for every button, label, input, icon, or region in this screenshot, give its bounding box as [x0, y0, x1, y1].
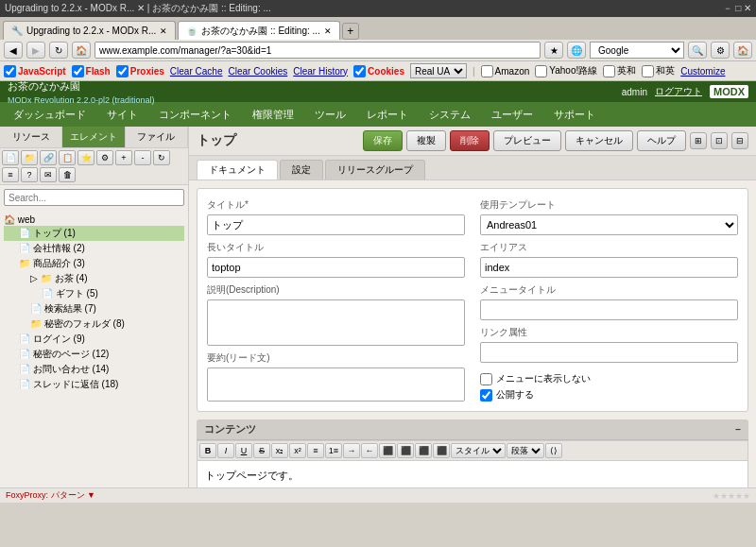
tab-1[interactable]: 🔧 Upgrading to 2.2.x - MODx R... ✕	[3, 21, 176, 40]
editor-format-select[interactable]: 段落	[507, 443, 544, 458]
flash-check[interactable]: Flash	[72, 65, 111, 77]
nav-support[interactable]: サポート	[544, 106, 605, 124]
long-title-input[interactable]	[207, 257, 465, 278]
help-button[interactable]: ヘルプ	[637, 130, 686, 151]
tool-help[interactable]: ?	[21, 167, 38, 182]
tree-item-tea[interactable]: ▷ 📁 お茶 (4)	[4, 271, 184, 286]
nav-site[interactable]: サイト	[97, 106, 147, 124]
icon-screen-3[interactable]: ⊟	[731, 132, 748, 149]
tool-create-doc[interactable]: 📄	[2, 150, 19, 165]
tool-expand[interactable]: +	[115, 150, 132, 165]
tool-settings[interactable]: ⚙	[96, 150, 113, 165]
sidebar-tab-elements[interactable]: エレメント	[62, 127, 125, 147]
alias-input[interactable]	[480, 257, 738, 278]
tool-collapse[interactable]: -	[134, 150, 151, 165]
nav-reports[interactable]: レポート	[357, 106, 418, 124]
save-button[interactable]: 保存	[363, 130, 403, 151]
proxies-check[interactable]: Proxies	[116, 65, 164, 77]
editor-btn-indent-in[interactable]: →	[343, 443, 360, 458]
clear-cookies-button[interactable]: Clear Cookies	[228, 66, 287, 77]
forward-button[interactable]: ▶	[26, 42, 45, 59]
logout-button[interactable]: ログアウト	[655, 85, 702, 98]
nav-users[interactable]: ユーザー	[482, 106, 542, 124]
editor-btn-sub[interactable]: x₂	[271, 443, 288, 458]
tool-create-special[interactable]: ⭐	[77, 150, 94, 165]
tool-move[interactable]: ✉	[40, 167, 57, 182]
tree-item-products[interactable]: 📁 商品紹介 (3)	[4, 256, 184, 271]
link-attr-input[interactable]	[480, 342, 738, 363]
editor-btn-sup[interactable]: x²	[289, 443, 306, 458]
editor-btn-ol[interactable]: 1≡	[325, 443, 342, 458]
duplicate-button[interactable]: 複製	[406, 130, 446, 151]
editor-btn-align-c[interactable]: ⬛	[397, 443, 414, 458]
editor-btn-bold[interactable]: B	[199, 443, 216, 458]
tree-item-login[interactable]: 📄 ログイン (9)	[4, 332, 184, 347]
sidebar-tab-files[interactable]: ファイル	[126, 127, 188, 147]
publish-check[interactable]	[480, 389, 492, 402]
editor-btn-align-r[interactable]: ⬛	[415, 443, 432, 458]
search-button[interactable]: 🔍	[688, 42, 707, 59]
tool-delete[interactable]: 🗑	[59, 167, 76, 182]
customize-button[interactable]: Customize	[680, 66, 725, 77]
editor-btn-align-j[interactable]: ⬛	[433, 443, 450, 458]
bookmark-button[interactable]: ★	[544, 42, 563, 59]
tab-2-close[interactable]: ✕	[324, 26, 332, 36]
eigo-check[interactable]: 英和	[603, 64, 636, 77]
tree-item-secret-folder[interactable]: 📁 秘密のフォルダ (8)	[4, 316, 184, 332]
tree-item-contact[interactable]: 📄 お問い合わせ (14)	[4, 362, 184, 377]
back-button[interactable]: ◀	[4, 42, 23, 59]
search-engine-select[interactable]: Google	[590, 42, 684, 59]
nav-permissions[interactable]: 権限管理	[243, 106, 303, 124]
nav-dashboard[interactable]: ダッシュボード	[4, 106, 95, 124]
description-input[interactable]	[207, 299, 465, 346]
home-icon-2[interactable]: 🏠	[733, 42, 752, 59]
tree-item-search[interactable]: 📄 検索結果 (7)	[4, 301, 184, 316]
tree-item-secret-page[interactable]: 📄 秘密のページ (12)	[4, 347, 184, 362]
section-minimize-btn[interactable]: −	[735, 424, 741, 435]
editor-btn-source[interactable]: ⟨⟩	[545, 443, 562, 458]
icon-screen-2[interactable]: ⊡	[711, 132, 728, 149]
hide-menu-check[interactable]	[480, 373, 492, 385]
yahoo-check[interactable]: Yahoo!路線	[535, 64, 597, 77]
nav-system[interactable]: システム	[420, 106, 480, 124]
new-tab-button[interactable]: +	[342, 23, 359, 40]
tree-item-gift[interactable]: 📄 ギフト (5)	[4, 286, 184, 301]
reload-button[interactable]: ↻	[49, 42, 68, 59]
nav-tools[interactable]: ツール	[305, 106, 355, 124]
foxyproxy-status[interactable]: FoxyProxy: パターン ▼	[6, 489, 95, 502]
javascript-check[interactable]: JavaScript	[4, 65, 66, 77]
template-select[interactable]: Andreas01	[480, 214, 738, 235]
clear-history-button[interactable]: Clear History	[293, 66, 348, 77]
real-ua-select[interactable]: Real UA	[410, 63, 467, 78]
icon-screen-1[interactable]: ⊞	[690, 132, 707, 149]
tool-sort[interactable]: ≡	[2, 167, 19, 182]
cookies-check[interactable]: Cookies	[353, 65, 404, 77]
nav-components[interactable]: コンポーネント	[149, 106, 241, 124]
tree-item-thread[interactable]: 📄 スレッドに返信 (18)	[4, 377, 184, 392]
tab-release-group[interactable]: リリースグループ	[325, 160, 425, 179]
tool-create-link[interactable]: 🔗	[40, 150, 57, 165]
url-input[interactable]	[94, 42, 541, 59]
tool-create-folder[interactable]: 📁	[21, 150, 38, 165]
tree-item-top[interactable]: 📄 トップ (1)	[4, 226, 184, 241]
title-input[interactable]	[207, 214, 465, 235]
menu-title-input[interactable]	[480, 299, 738, 320]
waei-check[interactable]: 和英	[642, 64, 675, 77]
tab-1-close[interactable]: ✕	[160, 26, 167, 36]
editor-btn-underline[interactable]: U	[235, 443, 252, 458]
tab-2[interactable]: 🍵 お茶のなかみ園 :: Editing: ... ✕	[178, 21, 340, 40]
clear-cache-button[interactable]: Clear Cache	[170, 66, 223, 77]
delete-button[interactable]: 削除	[450, 130, 490, 151]
editor-btn-italic[interactable]: I	[217, 443, 234, 458]
amazon-check[interactable]: Amazon	[481, 65, 530, 77]
tab-document[interactable]: ドキュメント	[197, 160, 278, 179]
tree-root[interactable]: 🏠 web	[4, 214, 184, 226]
editor-btn-align-l[interactable]: ⬛	[379, 443, 396, 458]
summary-input[interactable]	[207, 368, 465, 402]
settings-icon[interactable]: ⚙	[711, 42, 730, 59]
sidebar-tab-resources[interactable]: リソース	[0, 127, 62, 147]
editor-content[interactable]: トップページです。	[198, 461, 747, 487]
editor-btn-indent-out[interactable]: ←	[361, 443, 378, 458]
editor-style-select[interactable]: スタイル	[451, 443, 506, 458]
preview-button[interactable]: プレビュー	[493, 130, 561, 151]
